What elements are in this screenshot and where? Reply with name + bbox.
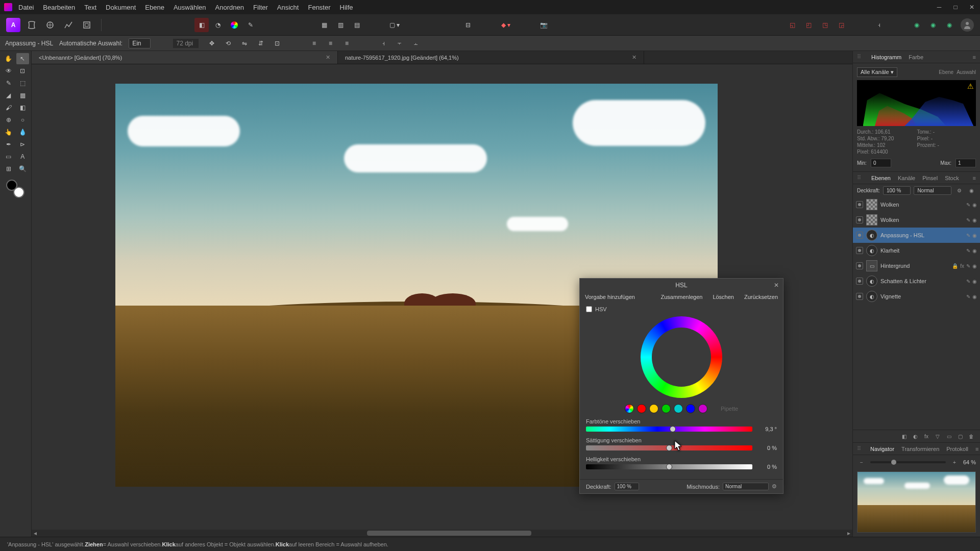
swatch-yellow[interactable] (649, 404, 658, 413)
reset-button[interactable]: Zurücksetzen (744, 294, 778, 300)
menu-layer[interactable]: Ebene (145, 4, 164, 11)
transform-rotate-icon[interactable]: ⟲ (221, 36, 235, 51)
swatch-cyan[interactable] (674, 404, 683, 413)
distribute-space-icon[interactable]: ⫠ (409, 36, 423, 51)
layer-row[interactable]: ◐Klarheit✎◉ (853, 243, 980, 258)
edit-icon[interactable]: ✎ (966, 279, 970, 284)
edit-icon[interactable]: ✎ (966, 248, 970, 254)
account-avatar[interactable] (961, 18, 974, 32)
rgb-mode-icon[interactable]: ◧ (194, 18, 209, 32)
vis-dot-icon[interactable]: ◉ (972, 279, 977, 284)
grid-3-icon[interactable]: ▤ (350, 18, 364, 32)
distribute-h-icon[interactable]: ⫞ (376, 36, 390, 51)
menu-arrange[interactable]: Anordnen (215, 4, 244, 11)
pen-tool[interactable]: ✒ (2, 139, 15, 150)
tab-transform[interactable]: Transformieren (901, 446, 939, 452)
zoom-tool[interactable]: 🔍 (16, 163, 30, 174)
layer-row[interactable]: ◐Anpassung - HSL✎◉ (853, 228, 980, 243)
export-persona-icon[interactable] (80, 18, 94, 32)
swatch-red[interactable] (637, 404, 646, 413)
dpi-input[interactable]: 72 dpi (173, 39, 199, 48)
hue-slider[interactable] (586, 427, 752, 432)
menu-text[interactable]: Text (84, 4, 96, 11)
vis-dot-icon[interactable]: ◉ (972, 217, 977, 223)
swatch-all[interactable] (625, 404, 634, 413)
tab-stock[interactable]: Stock (945, 175, 959, 181)
lightness-slider[interactable] (586, 464, 752, 469)
layer-options-icon[interactable]: ⚙ (954, 187, 964, 195)
crop-tool[interactable]: ⊡ (16, 65, 30, 77)
snap-dropdown[interactable]: ▢ ▾ (387, 18, 402, 32)
transform-move-icon[interactable]: ✥ (205, 36, 219, 51)
tab-close-icon[interactable]: ✕ (326, 54, 330, 61)
arrange-back-icon[interactable]: ◱ (785, 18, 799, 32)
color-swatches[interactable] (6, 180, 24, 198)
navigator-preview[interactable] (857, 471, 976, 533)
scrollbar-thumb[interactable] (367, 531, 531, 536)
zoom-slider[interactable] (870, 461, 946, 463)
hsv-checkbox-input[interactable] (586, 306, 592, 312)
grid-2-icon[interactable]: ▥ (333, 18, 348, 32)
mask-layer-icon[interactable]: ◧ (899, 432, 909, 440)
layer-visibility-toggle[interactable] (856, 201, 863, 208)
layer-vis-icon[interactable]: ◉ (967, 187, 976, 195)
max-input[interactable] (955, 159, 976, 167)
layer-row[interactable]: Wolken✎◉ (853, 197, 980, 212)
swatch-blue[interactable] (686, 404, 695, 413)
flood-tool[interactable]: ◢ (2, 90, 15, 101)
move-tool[interactable]: ↖ (16, 53, 30, 64)
stock-2-icon[interactable]: ◉ (926, 18, 940, 32)
grid-1-icon[interactable]: ▦ (317, 18, 331, 32)
channel-dropdown[interactable]: Alle Kanäle ▾ (857, 67, 897, 77)
tab-close-icon[interactable]: ✕ (632, 54, 636, 61)
dodge-tool[interactable]: ○ (16, 114, 30, 126)
zoom-in-button[interactable]: + (950, 458, 959, 466)
mesh-tool[interactable]: ⊞ (2, 163, 15, 174)
view-tool[interactable]: 👁 (2, 65, 15, 77)
menu-view[interactable]: Ansicht (277, 4, 299, 11)
panel-menu-icon[interactable]: ≡ (973, 175, 976, 181)
group-layer-icon[interactable]: ▭ (944, 432, 953, 440)
menu-select[interactable]: Auswählen (174, 4, 206, 11)
tab-navigator[interactable]: Navigator (870, 446, 894, 452)
edit-icon[interactable]: ✎ (966, 263, 970, 269)
panel-menu-icon[interactable]: ≡ (973, 54, 976, 60)
layer-visibility-toggle[interactable] (856, 232, 863, 239)
pipette-button[interactable]: Pipette (721, 406, 738, 412)
panel-grip-icon[interactable]: ⠿ (857, 54, 862, 60)
menu-window[interactable]: Fenster (308, 4, 330, 11)
edit-icon[interactable]: ✎ (966, 217, 970, 223)
transform-flip-h-icon[interactable]: ⇋ (237, 36, 252, 51)
panel-grip-icon[interactable]: ⠿ (857, 445, 861, 452)
develop-persona-icon[interactable] (43, 18, 57, 32)
clone-tool[interactable]: ⊕ (2, 114, 15, 126)
text-tool[interactable]: A (16, 151, 30, 162)
layer-row[interactable]: Wolken✎◉ (853, 212, 980, 228)
vis-dot-icon[interactable]: ◉ (972, 294, 977, 299)
hue-wheel[interactable] (641, 316, 722, 398)
fx-icon[interactable]: fx (960, 263, 964, 269)
color-wheel-icon[interactable] (227, 18, 241, 32)
tab-color[interactable]: Farbe (909, 54, 923, 60)
delete-button[interactable]: Löschen (713, 294, 734, 300)
layer-visibility-toggle[interactable] (856, 247, 863, 254)
edit-icon[interactable]: ✎ (966, 233, 970, 238)
edit-icon[interactable]: ✎ (966, 294, 970, 299)
align-center-icon[interactable]: ≡ (323, 36, 337, 51)
stock-1-icon[interactable]: ◉ (910, 18, 924, 32)
blur-tool[interactable]: 💧 (16, 127, 30, 138)
document-tab-2[interactable]: nature-7595617_1920.jpg [Geändert] (64,1… (338, 51, 644, 64)
menu-filter[interactable]: Filter (253, 4, 268, 11)
document-tab-1[interactable]: <Unbenannt> [Geändert] (70,8%) ✕ (32, 51, 338, 64)
paint-brush-tool[interactable]: 🖌 (2, 102, 15, 113)
split-view-icon[interactable]: ⊟ (461, 18, 475, 32)
stock-3-icon[interactable]: ◉ (942, 18, 957, 32)
eyedropper-tool-icon[interactable]: ✎ (243, 18, 258, 32)
arrange-backward-icon[interactable]: ◰ (801, 18, 816, 32)
arrange-forward-icon[interactable]: ◳ (818, 18, 832, 32)
tab-histogram[interactable]: Histogramm (871, 54, 901, 60)
canvas-scrollbar-horizontal[interactable]: ◂ ▸ (32, 530, 852, 537)
layer-visibility-toggle[interactable] (856, 278, 863, 285)
scope-selection[interactable]: Auswahl (957, 69, 976, 75)
hsl-titlebar[interactable]: HSL ✕ (580, 279, 783, 292)
